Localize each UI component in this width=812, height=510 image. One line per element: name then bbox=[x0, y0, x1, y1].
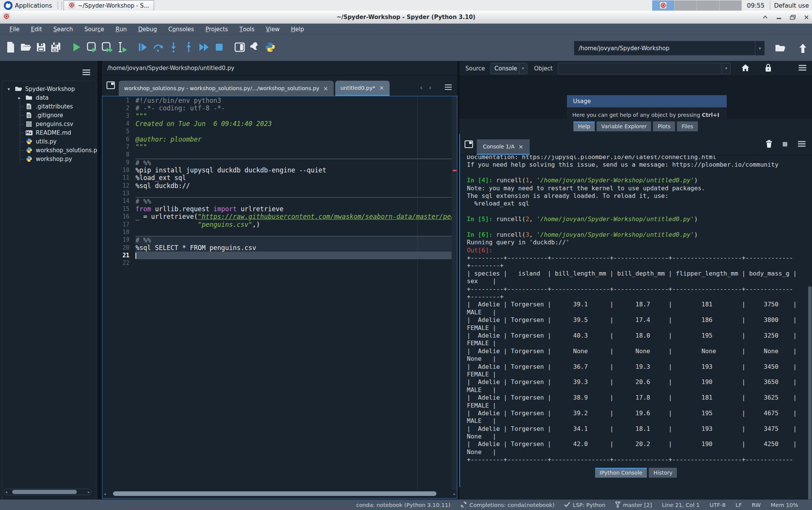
console-options-icon[interactable] bbox=[798, 141, 806, 148]
step-over-button[interactable] bbox=[151, 39, 166, 57]
tray-icon-placeholder[interactable] bbox=[697, 0, 719, 11]
lsp-status-label: LSP: Python bbox=[573, 502, 605, 508]
window-titlebar[interactable]: ~/Spyder-Workshop - Spyder (Python 3.10) bbox=[0, 11, 812, 24]
chevron-down-icon[interactable]: ▾ bbox=[519, 63, 527, 74]
scrollbar-thumb[interactable] bbox=[12, 490, 77, 494]
chevron-down-icon[interactable]: ▾ bbox=[721, 63, 730, 74]
tree-item-penguins-csv[interactable]: penguins.csv bbox=[2, 120, 96, 128]
chevron-down-icon[interactable]: ▾ bbox=[755, 41, 764, 55]
tab-plots[interactable]: Plots bbox=[653, 121, 675, 131]
tray-icon-placeholder[interactable] bbox=[719, 0, 742, 11]
console-output[interactable]: Documentation: https://jupysql.ploomber.… bbox=[460, 155, 812, 466]
editor-pane: /home/jovyan/Spyder-Workshop/untitled0.p… bbox=[102, 61, 457, 499]
run-cell-advance-button[interactable] bbox=[100, 39, 115, 57]
menu-run[interactable]: Run bbox=[110, 24, 132, 35]
tab-scroll-left-icon[interactable]: ‹ bbox=[420, 83, 423, 91]
tree-item--gitattributes[interactable]: .gitattributes bbox=[2, 102, 96, 111]
lock-icon[interactable] bbox=[765, 64, 772, 73]
tray-icon-placeholder[interactable] bbox=[674, 0, 697, 11]
console-tab[interactable]: Console 1/A × bbox=[477, 139, 530, 155]
interrupt-kernel-icon[interactable] bbox=[782, 141, 788, 148]
user-menu[interactable]: Default use bbox=[770, 2, 812, 9]
menu-projects[interactable]: Projects bbox=[200, 24, 234, 35]
editor-tab-active[interactable]: untitled0.py*× bbox=[335, 81, 390, 96]
check-icon bbox=[564, 502, 570, 508]
help-options-icon[interactable] bbox=[798, 65, 807, 72]
editor-horizontal-scrollbar[interactable]: ◂▸ bbox=[103, 490, 457, 497]
menu-edit[interactable]: Edit bbox=[25, 24, 48, 35]
console-vertical-scrollbar[interactable] bbox=[808, 286, 812, 510]
home-icon[interactable] bbox=[741, 64, 750, 73]
python-env-button[interactable] bbox=[263, 39, 278, 57]
undock-editor-icon[interactable] bbox=[107, 81, 115, 91]
save-button[interactable] bbox=[33, 39, 49, 57]
tree-item-readme-md[interactable]: README.md bbox=[2, 128, 96, 137]
run-cell-button[interactable] bbox=[84, 39, 100, 57]
project-tree: ▾Spyder-Workshop▸data.gitattributes.giti… bbox=[2, 81, 96, 510]
menu-file[interactable]: File bbox=[4, 24, 25, 35]
tab-scroll-right-icon[interactable]: › bbox=[429, 83, 431, 91]
step-into-button[interactable] bbox=[166, 39, 181, 57]
tab-files[interactable]: Files bbox=[677, 121, 698, 131]
code-line-text: from urllib.request import urlretrieve bbox=[135, 205, 452, 213]
browse-directory-button[interactable] bbox=[775, 43, 786, 54]
code-editor[interactable]: 1#!/usr/bin/env python32# -*- coding: ut… bbox=[102, 96, 457, 489]
tree-item-spyder-workshop[interactable]: ▾Spyder-Workshop bbox=[2, 84, 96, 93]
project-horizontal-scrollbar[interactable]: ◂▸ bbox=[4, 489, 91, 495]
eol-status: LF bbox=[736, 502, 742, 508]
close-icon[interactable]: × bbox=[518, 143, 523, 150]
run-button[interactable] bbox=[69, 39, 84, 57]
tree-item-workshop-py[interactable]: workshop.py bbox=[2, 155, 96, 163]
open-file-button[interactable] bbox=[18, 39, 33, 57]
tree-item-workshop-solutions-p[interactable]: workshop_solutions.p bbox=[2, 146, 96, 155]
tab-help[interactable]: Help bbox=[573, 121, 595, 131]
maximize-pane-button[interactable] bbox=[232, 39, 247, 57]
taskbar-window-button[interactable]: ~/Spyder-Workshop - S... bbox=[64, 0, 154, 11]
scrollbar-thumb[interactable] bbox=[113, 491, 436, 496]
editor-options-icon[interactable] bbox=[444, 83, 452, 91]
splitter-left[interactable] bbox=[97, 61, 102, 499]
tab-variable-explorer[interactable]: Variable Explorer bbox=[597, 121, 651, 131]
editor-tab[interactable]: workshop_solutions.py - workshop_solutio… bbox=[119, 81, 334, 96]
stop-button[interactable] bbox=[212, 39, 227, 57]
close-icon[interactable]: × bbox=[323, 85, 328, 92]
preferences-button[interactable] bbox=[247, 39, 263, 57]
tree-item--gitignore[interactable]: .gitignore bbox=[2, 111, 96, 120]
parent-directory-button[interactable] bbox=[798, 43, 807, 55]
line-number: 20 bbox=[102, 244, 135, 252]
tab-history[interactable]: History bbox=[649, 468, 677, 478]
code-line-11: 11%load_ext sql bbox=[102, 174, 452, 182]
run-selection-button[interactable] bbox=[115, 39, 130, 57]
remove-variables-icon[interactable] bbox=[766, 140, 772, 150]
tree-item-data[interactable]: ▸data bbox=[2, 93, 96, 102]
code-line-text bbox=[135, 128, 452, 135]
help-source-combo[interactable]: Console ▾ bbox=[490, 63, 527, 74]
menu-consoles[interactable]: Consoles bbox=[162, 24, 199, 35]
console-line: | Adelie | Torgersen | 34.1 | 18.1 | 193… bbox=[467, 425, 812, 433]
applications-menu[interactable]: Applications bbox=[0, 0, 56, 11]
working-directory-combo[interactable]: /home/jovyan/Spyder-Workshop ▾ bbox=[574, 41, 765, 56]
help-object-combo[interactable]: ▾ bbox=[558, 63, 731, 74]
clock[interactable]: 09:55 bbox=[742, 2, 770, 9]
new-file-button[interactable] bbox=[3, 39, 18, 57]
menu-view[interactable]: View bbox=[260, 24, 285, 35]
menu-tools[interactable]: Tools bbox=[234, 24, 260, 35]
tab-ipython-console[interactable]: IPython Console bbox=[595, 468, 647, 478]
line-number: 1 bbox=[102, 97, 135, 104]
menu-help[interactable]: Help bbox=[285, 24, 310, 35]
save-all-button[interactable] bbox=[49, 39, 64, 57]
tree-item-utils-py[interactable]: utils.py bbox=[2, 137, 96, 146]
project-pane-options-icon[interactable] bbox=[82, 69, 91, 77]
debug-file-button[interactable] bbox=[135, 39, 151, 57]
close-icon[interactable]: × bbox=[379, 84, 384, 91]
code-line-text: """ bbox=[135, 112, 452, 120]
continue-button[interactable] bbox=[196, 39, 212, 57]
menu-source[interactable]: Source bbox=[79, 24, 110, 35]
step-return-button[interactable] bbox=[181, 39, 196, 57]
editor-file-path: /home/jovyan/Spyder-Workshop/untitled0.p… bbox=[102, 61, 457, 75]
menu-debug[interactable]: Debug bbox=[132, 24, 162, 35]
continue-icon bbox=[199, 43, 209, 53]
menu-search[interactable]: Search bbox=[48, 24, 79, 35]
tray-spyder-icon[interactable] bbox=[652, 0, 674, 11]
undock-console-icon[interactable] bbox=[465, 140, 473, 150]
